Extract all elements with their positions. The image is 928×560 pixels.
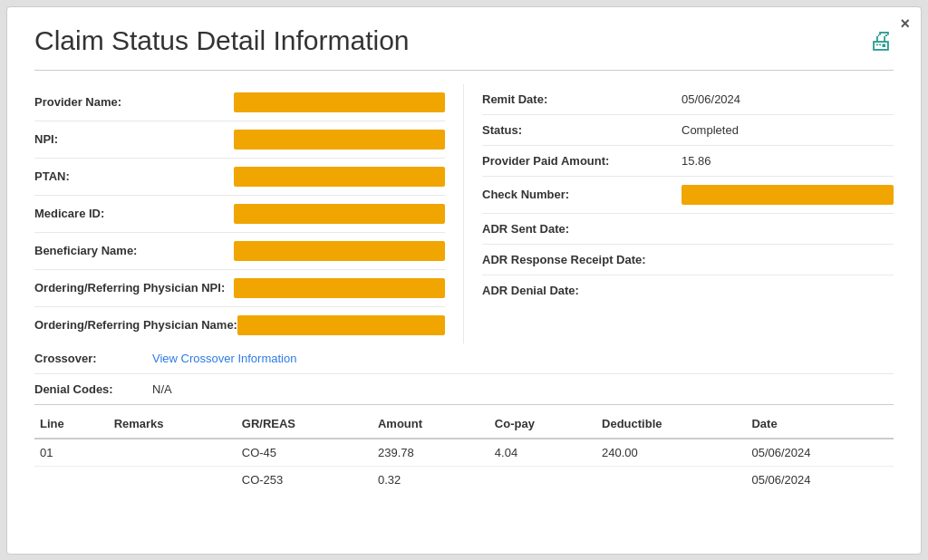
npi-value — [234, 130, 445, 150]
cell-0-0: 01 — [34, 439, 109, 467]
adr-response-row: ADR Response Receipt Date: — [482, 245, 894, 275]
beneficiary-name-value — [234, 241, 445, 261]
ptan-row: PTAN: — [34, 159, 445, 196]
claims-table: Line Remarks GR/REAS Amount Co-pay Deduc… — [34, 410, 894, 493]
ordering-name-row: Ordering/Referring Physician Name: — [34, 307, 445, 343]
header-divider — [34, 70, 894, 71]
ptan-value — [234, 167, 445, 187]
check-number-value — [682, 185, 894, 205]
cell-0-3: 239.78 — [372, 439, 489, 467]
check-number-label: Check Number: — [482, 188, 682, 201]
col-gr-reas: GR/REAS — [237, 410, 372, 439]
ptan-label: PTAN: — [34, 169, 234, 183]
medicare-id-value — [234, 204, 445, 224]
provider-name-row: Provider Name: — [34, 84, 445, 121]
adr-sent-row: ADR Sent Date: — [482, 214, 894, 245]
cell-0-2: CO-45 — [237, 439, 372, 467]
cell-1-6: 05/06/2024 — [746, 466, 894, 493]
crossover-row: Crossover: View Crossover Information — [34, 343, 894, 374]
beneficiary-name-label: Beneficiary Name: — [34, 244, 234, 257]
table-header-row: Line Remarks GR/REAS Amount Co-pay Deduc… — [34, 410, 894, 439]
denial-codes-value: N/A — [152, 382, 894, 396]
adr-sent-label: ADR Sent Date: — [482, 222, 682, 236]
cell-1-3: 0.32 — [372, 466, 489, 493]
status-row: Status: Completed — [482, 115, 894, 146]
cell-1-4 — [489, 466, 596, 493]
table-row: 01CO-45239.784.04240.0005/06/2024 — [34, 439, 894, 467]
col-amount: Amount — [372, 410, 489, 439]
table-section: Line Remarks GR/REAS Amount Co-pay Deduc… — [34, 410, 894, 493]
adr-denial-row: ADR Denial Date: — [482, 275, 894, 305]
medicare-id-row: Medicare ID: — [34, 196, 445, 233]
adr-response-label: ADR Response Receipt Date: — [482, 253, 682, 266]
provider-name-value — [234, 92, 445, 112]
remit-date-row: Remit Date: 05/06/2024 — [482, 84, 894, 115]
table-row: CO-2530.3205/06/2024 — [34, 466, 894, 493]
col-line: Line — [34, 410, 109, 439]
ordering-name-label: Ordering/Referring Physician Name: — [34, 318, 237, 332]
cell-0-1 — [109, 439, 237, 467]
info-grid: Provider Name: NPI: PTAN: Medicare ID: B… — [34, 84, 894, 405]
adr-denial-label: ADR Denial Date: — [482, 284, 682, 297]
col-deductible: Deductible — [596, 410, 746, 439]
cell-1-0 — [34, 466, 109, 493]
remit-date-label: Remit Date: — [482, 92, 682, 106]
crossover-label: Crossover: — [34, 352, 152, 365]
provider-paid-label: Provider Paid Amount: — [482, 154, 682, 168]
provider-name-label: Provider Name: — [34, 95, 234, 109]
status-label: Status: — [482, 123, 682, 137]
remit-date-value: 05/06/2024 — [682, 92, 894, 106]
denial-codes-row: Denial Codes: N/A — [34, 374, 894, 405]
print-icon[interactable]: 🖨 — [868, 25, 894, 55]
cell-1-1 — [109, 466, 237, 493]
page-title: Claim Status Detail Information — [34, 25, 410, 56]
status-value: Completed — [682, 123, 894, 137]
provider-paid-row: Provider Paid Amount: 15.86 — [482, 146, 894, 177]
denial-codes-label: Denial Codes: — [34, 382, 152, 396]
right-column: Remit Date: 05/06/2024 Status: Completed… — [464, 84, 894, 343]
cell-1-5 — [596, 466, 746, 493]
col-copay: Co-pay — [489, 410, 596, 439]
left-column: Provider Name: NPI: PTAN: Medicare ID: B… — [34, 84, 464, 343]
header-row: Claim Status Detail Information 🖨 — [34, 25, 894, 56]
check-number-row: Check Number: — [482, 177, 894, 214]
npi-label: NPI: — [34, 132, 234, 146]
npi-row: NPI: — [34, 121, 445, 159]
provider-paid-value: 15.86 — [682, 154, 894, 168]
col-remarks: Remarks — [109, 410, 237, 439]
ordering-npi-row: Ordering/Referring Physician NPI: — [34, 270, 445, 307]
modal-container: × Claim Status Detail Information 🖨 Prov… — [6, 6, 922, 555]
crossover-link[interactable]: View Crossover Information — [152, 352, 296, 365]
fields-grid: Provider Name: NPI: PTAN: Medicare ID: B… — [34, 84, 894, 343]
medicare-id-label: Medicare ID: — [34, 207, 234, 220]
col-date: Date — [746, 410, 894, 439]
ordering-npi-label: Ordering/Referring Physician NPI: — [34, 281, 234, 294]
cell-0-6: 05/06/2024 — [746, 439, 894, 467]
cell-0-4: 4.04 — [489, 439, 596, 467]
cell-1-2: CO-253 — [237, 466, 372, 493]
close-button[interactable]: × — [900, 14, 910, 34]
ordering-name-value — [237, 315, 445, 335]
cell-0-5: 240.00 — [596, 439, 746, 467]
beneficiary-name-row: Beneficiary Name: — [34, 233, 445, 270]
ordering-npi-value — [234, 278, 445, 298]
